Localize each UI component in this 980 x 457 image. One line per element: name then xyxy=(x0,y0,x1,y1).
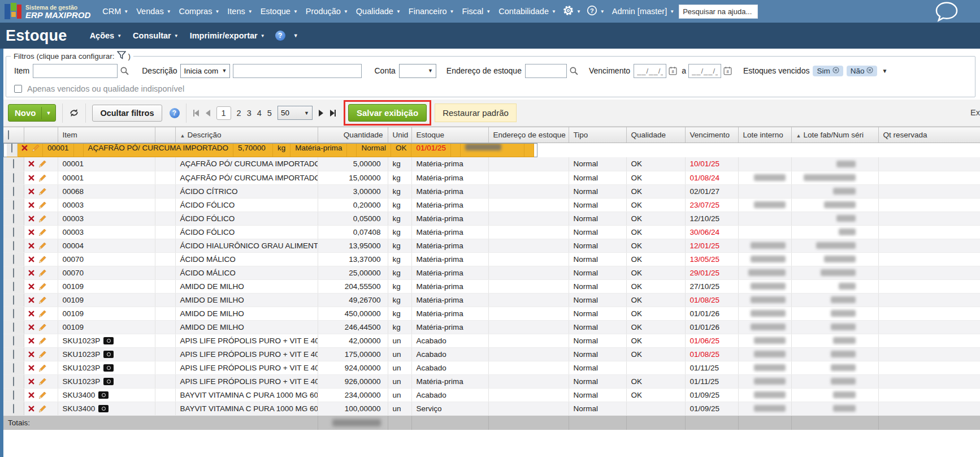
row-checkbox[interactable] xyxy=(13,282,14,291)
nav-menu-contabilidade[interactable]: Contabilidade▼ xyxy=(498,7,556,16)
chip-remove-icon[interactable] xyxy=(832,67,839,75)
first-page-icon[interactable] xyxy=(193,110,199,117)
row-checkbox[interactable] xyxy=(13,159,14,169)
delete-icon[interactable] xyxy=(28,338,34,344)
item-filter-input[interactable] xyxy=(33,64,118,78)
apenas-vencidos-checkbox[interactable] xyxy=(14,85,22,93)
col-header-quantidade[interactable]: Quantidade xyxy=(318,127,388,143)
edit-pencil-icon[interactable] xyxy=(38,377,47,386)
table-row[interactable]: 00068ÁCIDO CÍTRICO3,00000kgMatéria-prima… xyxy=(3,184,980,198)
col-header-endereco-de-estoque[interactable]: Endereço de estoque xyxy=(488,127,569,143)
table-row[interactable]: 00109AMIDO DE MILHO49,26700kgMatéria-pri… xyxy=(3,293,980,307)
endereco-search-icon[interactable] xyxy=(569,66,579,76)
row-checkbox[interactable] xyxy=(13,336,14,346)
row-checkbox[interactable] xyxy=(13,363,14,373)
delete-icon[interactable] xyxy=(28,392,34,398)
delete-icon[interactable] xyxy=(28,243,34,249)
vencimento-to-input[interactable] xyxy=(688,64,721,78)
row-checkbox[interactable] xyxy=(13,377,14,386)
row-checkbox[interactable] xyxy=(13,255,14,264)
page-number-4[interactable]: 4 xyxy=(257,109,262,118)
table-row[interactable]: 00001AÇAFRÃO PÓ/ CURCUMA IMPORTADO5,0000… xyxy=(3,157,980,171)
row-checkbox[interactable] xyxy=(13,200,14,210)
edit-pencil-icon[interactable] xyxy=(38,309,47,318)
col-header-qt-reservada[interactable]: Qt reservada xyxy=(878,127,980,143)
descricao-filter-input[interactable] xyxy=(233,64,362,78)
col-header-estoque[interactable]: Estoque xyxy=(411,127,488,143)
nav-menu-estoque[interactable]: Estoque▼ xyxy=(261,7,298,16)
delete-icon[interactable] xyxy=(28,351,34,357)
edit-pencil-icon[interactable] xyxy=(38,159,47,168)
calendar-icon[interactable]: 8 xyxy=(723,66,732,75)
row-checkbox[interactable] xyxy=(13,187,14,196)
vencimento-from-input[interactable] xyxy=(634,64,666,78)
table-row[interactable]: SKU3400BAYVIT VITAMINA C PURA 1000 MG 60… xyxy=(3,402,980,415)
prev-page-icon[interactable] xyxy=(206,110,210,117)
table-row[interactable]: 00070ÁCIDO MÁLICO25,00000kgMatéria-prima… xyxy=(3,266,980,279)
user-menu[interactable]: Admin [master]▼ xyxy=(612,7,674,16)
delete-icon[interactable] xyxy=(28,311,34,317)
help-search-input[interactable] xyxy=(679,5,758,19)
filters-legend[interactable]: Filtros (clique para configurar: ) xyxy=(11,51,133,61)
module-menu-acoes[interactable]: Ações▼ xyxy=(90,31,122,40)
edit-pencil-icon[interactable] xyxy=(38,269,47,277)
table-row[interactable]: 00001AÇAFRÃO PÓ/ CURCUMA IMPORTADO15,000… xyxy=(3,171,980,184)
table-row[interactable]: 00070ÁCIDO MÁLICO13,37000kgMatéria-prima… xyxy=(3,252,980,266)
calendar-icon[interactable]: 8 xyxy=(669,66,677,75)
col-header-descricao[interactable]: ▲Descrição xyxy=(175,127,318,143)
descricao-operator-select[interactable]: Inicia com▼ xyxy=(180,64,230,78)
delete-icon[interactable] xyxy=(21,145,28,151)
table-row[interactable]: 00003ÁCIDO FÓLICO0,07408kgMatéria-primaN… xyxy=(3,225,980,239)
nav-menu-financeiro[interactable]: Financeiro▼ xyxy=(409,7,454,16)
delete-icon[interactable] xyxy=(28,378,34,385)
camera-icon[interactable] xyxy=(98,405,109,412)
page-number-2[interactable]: 2 xyxy=(237,109,241,118)
row-checkbox[interactable] xyxy=(13,404,14,413)
delete-icon[interactable] xyxy=(28,175,34,181)
module-menu-consultar[interactable]: Consultar▼ xyxy=(133,31,179,40)
delete-icon[interactable] xyxy=(28,256,34,262)
row-checkbox[interactable] xyxy=(13,241,14,251)
delete-icon[interactable] xyxy=(28,283,34,290)
edit-pencil-icon[interactable] xyxy=(38,296,47,304)
row-checkbox[interactable] xyxy=(13,295,14,305)
row-checkbox[interactable] xyxy=(11,144,12,153)
nav-menu-vendas[interactable]: Vendas▼ xyxy=(136,7,171,16)
nav-menu-crm[interactable]: CRM▼ xyxy=(102,7,128,16)
row-checkbox[interactable] xyxy=(13,350,14,359)
select-all-checkbox[interactable] xyxy=(8,130,9,140)
edit-pencil-icon[interactable] xyxy=(38,364,47,372)
delete-icon[interactable] xyxy=(28,202,34,208)
module-help-icon[interactable]: ? xyxy=(275,31,285,41)
delete-icon[interactable] xyxy=(28,365,34,371)
delete-icon[interactable] xyxy=(28,406,34,412)
edit-pencil-icon[interactable] xyxy=(32,144,40,152)
camera-icon[interactable] xyxy=(103,337,114,344)
table-row[interactable]: SKU3400BAYVIT VITAMINA C PURA 1000 MG 60… xyxy=(3,388,980,402)
settings-menu[interactable]: ▼ xyxy=(563,5,581,18)
delete-icon[interactable] xyxy=(28,324,34,330)
col-header-qualidade[interactable]: Qualidade xyxy=(626,127,685,143)
camera-icon[interactable] xyxy=(103,351,114,358)
edit-pencil-icon[interactable] xyxy=(38,214,47,223)
vencidos-chip-sim[interactable]: Sim xyxy=(813,66,843,76)
delete-icon[interactable] xyxy=(28,270,34,276)
edit-pencil-icon[interactable] xyxy=(38,228,47,236)
table-row[interactable]: SKU1023PAPIS LIFE PRÓPOLIS PURO + VIT E … xyxy=(3,374,980,388)
nav-menu-qualidade[interactable]: Qualidade▼ xyxy=(356,7,401,16)
row-checkbox[interactable] xyxy=(13,173,14,183)
last-page-icon[interactable] xyxy=(330,110,336,117)
conta-select[interactable]: ▼ xyxy=(399,64,436,78)
delete-icon[interactable] xyxy=(28,215,34,222)
edit-pencil-icon[interactable] xyxy=(38,282,47,291)
col-header-vencimento[interactable]: Vencimento xyxy=(685,127,738,143)
nav-menu-itens[interactable]: Itens▼ xyxy=(227,7,252,16)
table-row[interactable]: 00109AMIDO DE MILHO450,00000kgMatéria-pr… xyxy=(3,307,980,320)
table-row[interactable]: 00109AMIDO DE MILHO246,44500kgMatéria-pr… xyxy=(3,320,980,334)
item-search-icon[interactable] xyxy=(120,66,129,76)
row-checkbox[interactable] xyxy=(13,322,14,332)
table-row[interactable]: SKU1023PAPIS LIFE PRÓPOLIS PURO + VIT E … xyxy=(3,347,980,361)
col-header-item[interactable]: Item xyxy=(58,127,155,143)
row-checkbox[interactable] xyxy=(13,390,14,400)
edit-pencil-icon[interactable] xyxy=(38,404,47,413)
